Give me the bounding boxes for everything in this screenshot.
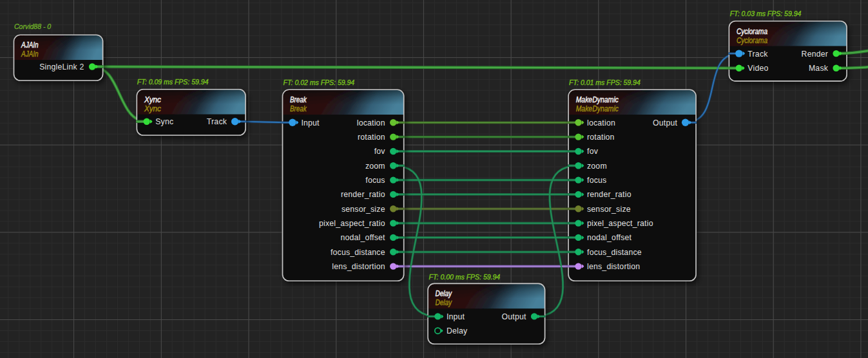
- svg-text:focus_distance: focus_distance: [331, 248, 385, 257]
- svg-text:focus: focus: [587, 176, 606, 185]
- svg-text:FT: 0.09 ms FPS: 59.94: FT: 0.09 ms FPS: 59.94: [137, 78, 209, 86]
- svg-text:Render: Render: [802, 50, 828, 59]
- svg-text:Break: Break: [290, 104, 307, 113]
- svg-text:Output: Output: [653, 118, 677, 127]
- svg-text:sensor_size: sensor_size: [587, 205, 631, 214]
- svg-text:lens_distortion: lens_distortion: [332, 262, 385, 271]
- svg-text:Xync: Xync: [144, 95, 161, 104]
- svg-text:location: location: [357, 118, 385, 127]
- svg-text:FT: 0.00 ms FPS: 59.94: FT: 0.00 ms FPS: 59.94: [429, 273, 501, 281]
- svg-text:zoom: zoom: [587, 162, 607, 171]
- svg-text:Delay: Delay: [436, 289, 452, 298]
- svg-text:Corvid88 - 0: Corvid88 - 0: [14, 23, 51, 30]
- svg-text:fov: fov: [374, 147, 386, 156]
- svg-text:FT: 0.03 ms FPS: 59.94: FT: 0.03 ms FPS: 59.94: [730, 10, 802, 17]
- svg-text:AJAIn: AJAIn: [21, 41, 39, 50]
- svg-text:Video: Video: [747, 64, 768, 73]
- svg-text:Input: Input: [301, 118, 320, 127]
- svg-text:pixel_aspect_ratio: pixel_aspect_ratio: [587, 219, 653, 228]
- svg-text:Output: Output: [502, 312, 526, 321]
- svg-text:pixel_aspect_ratio: pixel_aspect_ratio: [319, 219, 385, 228]
- svg-text:Sync: Sync: [155, 117, 173, 126]
- svg-text:Mask: Mask: [809, 64, 829, 73]
- svg-text:AJAIn: AJAIn: [21, 50, 39, 59]
- svg-text:Track: Track: [747, 50, 768, 59]
- svg-text:render_ratio: render_ratio: [587, 190, 632, 199]
- svg-text:Delay: Delay: [447, 326, 468, 335]
- svg-text:Input: Input: [447, 312, 465, 321]
- svg-text:sensor_size: sensor_size: [342, 205, 385, 214]
- svg-text:rotation: rotation: [587, 133, 615, 142]
- svg-text:Cyclorama: Cyclorama: [737, 36, 767, 45]
- svg-text:render_ratio: render_ratio: [341, 190, 385, 199]
- svg-text:nodal_offset: nodal_offset: [587, 233, 632, 242]
- svg-text:focus: focus: [365, 176, 385, 185]
- svg-text:SingleLink 2: SingleLink 2: [39, 62, 84, 71]
- svg-text:MakeDynamic: MakeDynamic: [576, 104, 619, 113]
- svg-text:FT: 0.01 ms FPS: 59.94: FT: 0.01 ms FPS: 59.94: [569, 79, 641, 86]
- svg-text:Track: Track: [207, 117, 227, 126]
- svg-text:rotation: rotation: [358, 133, 385, 142]
- svg-text:location: location: [587, 118, 615, 127]
- svg-text:Break: Break: [290, 95, 307, 104]
- svg-text:zoom: zoom: [365, 162, 385, 171]
- svg-text:FT: 0.02 ms FPS: 59.94: FT: 0.02 ms FPS: 59.94: [284, 79, 355, 86]
- svg-text:nodal_offset: nodal_offset: [341, 233, 386, 242]
- svg-text:MakeDynamic: MakeDynamic: [576, 95, 619, 104]
- svg-text:lens_distortion: lens_distortion: [587, 262, 640, 271]
- svg-text:Xync: Xync: [144, 104, 161, 113]
- svg-text:fov: fov: [587, 147, 599, 156]
- svg-text:Cyclorama: Cyclorama: [737, 27, 767, 36]
- svg-text:Delay: Delay: [436, 298, 452, 307]
- svg-text:focus_distance: focus_distance: [587, 248, 642, 257]
